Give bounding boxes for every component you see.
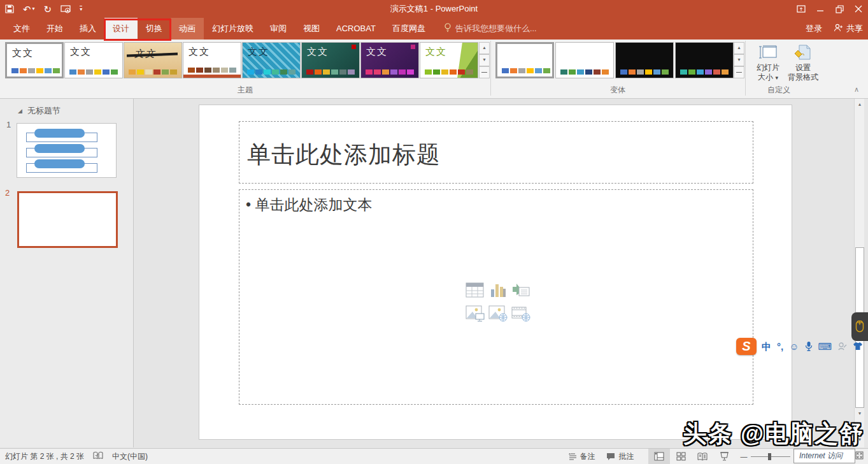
comments-toggle[interactable]: 批注 [601,449,639,464]
slide-canvas[interactable]: 单击此处添加标题 • 单击此处添加文本 [199,105,792,440]
variant-2[interactable] [555,42,614,78]
slide-1-thumbnail[interactable] [17,123,117,178]
insert-video-icon[interactable] [511,305,530,322]
theme-accent-square [352,45,356,49]
theme-7[interactable]: 文文 [360,42,419,78]
customize-qat-dropdown[interactable]: ▾ [80,6,82,12]
tab-baidu-netdisk[interactable]: 百度网盘 [384,18,434,40]
theme-2[interactable]: 文文 [64,42,123,78]
variant-1[interactable] [495,42,554,78]
title-placeholder-text: 单击此处添加标题 [247,139,441,171]
insert-chart-icon[interactable] [490,282,506,298]
save-icon[interactable] [5,4,14,13]
notes-toggle[interactable]: 备注 [562,449,601,464]
variants-group-label: 变体 [583,85,653,96]
punctuation-icon[interactable]: °, [777,342,783,351]
sogou-logo[interactable]: S [736,338,757,355]
reading-view-button[interactable] [692,449,713,464]
sign-in-link[interactable]: 登录 [806,23,822,34]
scroll-down-button[interactable]: ▾ [855,409,864,418]
minimize-button[interactable] [811,0,830,18]
restore-button[interactable] [830,0,849,18]
insert-table-icon[interactable] [466,282,485,298]
spellcheck-icon[interactable] [93,451,103,462]
content-placeholder[interactable]: • 单击此处添加文本 [239,189,753,405]
format-background-button[interactable]: 设置 背景格式 [785,42,822,89]
chinese-mode-icon[interactable]: 中 [762,342,771,351]
tab-transitions[interactable]: 切换 [138,18,171,40]
slide-2-number: 2 [5,188,10,198]
themes-scroll-up-button[interactable]: ▴ [479,42,490,54]
insert-smartart-icon[interactable] [511,282,530,298]
zoom-out-button[interactable]: — [740,453,747,460]
slide-size-button[interactable]: 幻灯片 大小 ▾ [751,42,785,89]
tab-view[interactable]: 视图 [295,18,328,40]
microphone-icon[interactable] [805,341,813,351]
close-button[interactable] [849,0,868,18]
ribbon-display-options-button[interactable] [792,0,811,18]
themes-scroll-down-button[interactable]: ▾ [479,54,490,66]
zoom-slider-thumb[interactable] [768,453,771,460]
scroll-up-button[interactable]: ▴ [855,100,864,109]
start-slideshow-icon[interactable] [60,5,71,13]
tell-me-box[interactable]: 告诉我您想要做什么... [444,18,537,40]
ribbon-tab-row: 文件 开始 插入 设计 切换 动画 幻灯片放映 审阅 视图 ACROBAT 百度… [0,18,868,40]
theme-swatches [306,69,356,75]
slide-sorter-view-button[interactable] [670,449,692,464]
vertical-scrollbar[interactable]: ▴ ▾ ▴▴ ▾▾ [854,99,864,447]
collapse-ribbon-button[interactable]: ∧ [854,85,859,94]
variant-swatches [680,69,730,75]
title-placeholder[interactable]: 单击此处添加标题 [239,121,753,184]
mouse-icon [855,320,864,334]
share-button[interactable]: 共享 [834,23,863,34]
slide-2-thumbnail-selected[interactable] [17,191,118,248]
variant-swatches [620,69,670,75]
themes-group-label: 主题 [210,85,280,96]
keyboard-icon[interactable]: ⌨ [818,342,832,351]
theme-4[interactable]: 文文 [183,42,241,78]
theme-5[interactable]: 文文 [242,42,301,78]
theme-3[interactable]: 文文 [124,42,182,78]
fit-slide-to-window-button[interactable] [855,451,864,462]
insert-online-picture-icon[interactable] [488,305,508,322]
bullet: • [246,196,251,213]
undo-button[interactable]: ↶▾ [23,4,35,14]
tab-home[interactable]: 开始 [38,18,71,40]
theme-8[interactable]: 文文 [420,42,478,78]
thumbnail-shape [34,159,85,168]
tab-slideshow[interactable]: 幻灯片放映 [204,18,262,40]
variants-scroll-down-button[interactable]: ▾ [734,54,744,66]
variant-4[interactable] [675,42,734,78]
tab-design[interactable]: 设计 [104,18,138,40]
emoji-icon[interactable]: ☺ [789,342,799,351]
handwriting-icon[interactable] [837,342,847,351]
tab-animations[interactable]: 动画 [171,18,204,40]
thumbnail-shape [34,129,85,138]
variants-scroll-up-button[interactable]: ▴ [734,42,744,54]
theme-swatches [69,69,119,75]
section-title: 无标题节 [27,105,60,117]
quick-access-toolbar: ↶▾ ↻ ▾ [0,4,82,14]
slideshow-view-button[interactable] [713,449,735,464]
slide-1-number: 1 [6,120,11,129]
tab-file[interactable]: 文件 [5,18,38,40]
thumbnail-shape [34,144,85,153]
theme-swatches [129,69,178,75]
tell-me-text: 告诉我您想要做什么... [455,23,537,34]
tab-review[interactable]: 审阅 [262,18,295,40]
section-collapse-icon[interactable]: ◢ [18,108,22,114]
zoom-slider[interactable] [751,453,790,460]
redo-button[interactable]: ↻ [44,4,52,14]
section-header[interactable]: ◢ 无标题节 [18,105,60,117]
insert-picture-icon[interactable] [466,305,485,322]
language-indicator[interactable]: 中文(中国) [112,451,148,462]
theme-6[interactable]: 文文 [301,42,360,78]
theme-office[interactable]: 文文 [5,42,64,78]
variant-3[interactable] [615,42,674,78]
skin-icon[interactable] [853,342,863,351]
variants-gallery-expand-button[interactable] [734,66,744,78]
normal-view-button[interactable] [648,449,670,464]
tab-acrobat[interactable]: ACROBAT [328,18,384,40]
themes-gallery-expand-button[interactable] [479,66,490,78]
tab-insert[interactable]: 插入 [71,18,104,40]
